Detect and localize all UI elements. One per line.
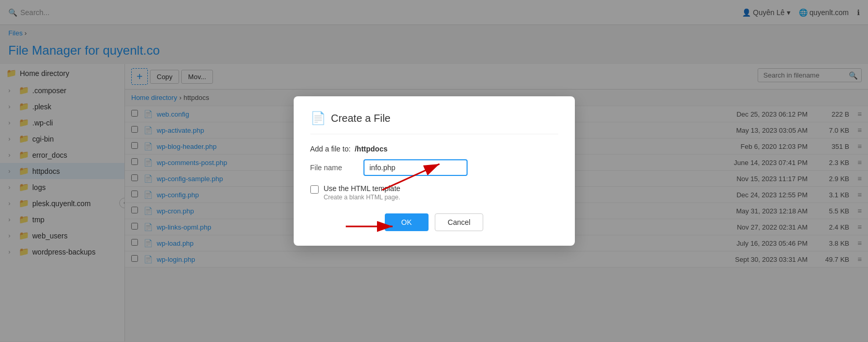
- ok-button[interactable]: OK: [385, 213, 429, 231]
- html-template-checkbox[interactable]: [310, 185, 319, 194]
- modal-path-row: Add a file to: /httpdocs: [310, 145, 558, 153]
- modal-overlay[interactable]: 📄 Create a File Add a file to: /httpdocs…: [0, 0, 868, 341]
- html-template-text: Use the HTML template Create a blank HTM…: [324, 184, 400, 201]
- modal-target-path: /httpdocs: [355, 145, 387, 153]
- file-name-label: File name: [310, 163, 357, 172]
- file-name-input[interactable]: [363, 159, 468, 176]
- modal-body: Add a file to: /httpdocs File name Use t…: [310, 145, 558, 231]
- add-file-to-label: Add a file to: /httpdocs: [310, 145, 388, 153]
- create-file-modal: 📄 Create a File Add a file to: /httpdocs…: [294, 96, 575, 246]
- modal-title: 📄 Create a File: [310, 111, 558, 134]
- create-file-icon: 📄: [310, 111, 326, 125]
- modal-html-template-row: Use the HTML template Create a blank HTM…: [310, 184, 558, 201]
- html-template-sub: Create a blank HTML page.: [324, 194, 400, 201]
- modal-actions: OK Cancel: [310, 213, 558, 231]
- modal-title-text: Create a File: [331, 112, 391, 124]
- html-template-label: Use the HTML template: [324, 184, 400, 193]
- modal-filename-row: File name: [310, 159, 558, 176]
- cancel-button[interactable]: Cancel: [435, 213, 484, 231]
